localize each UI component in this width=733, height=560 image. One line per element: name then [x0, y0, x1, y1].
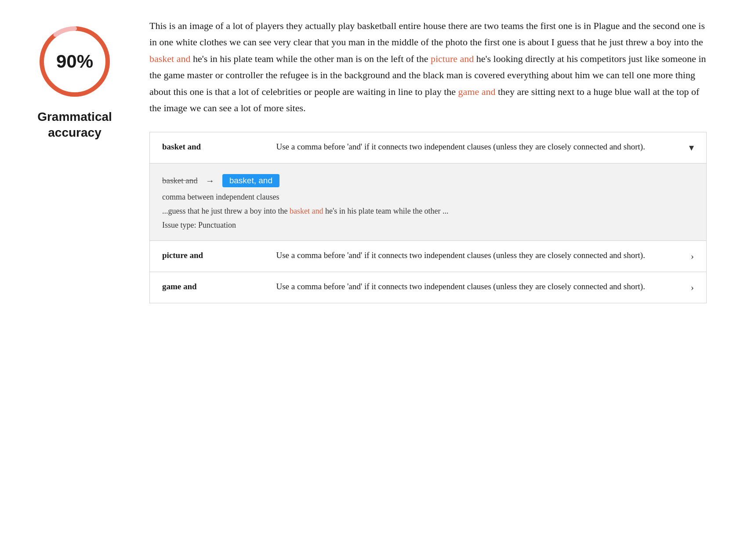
table-row[interactable]: picture and Use a comma before 'and' if … [150, 241, 707, 272]
highlight-picture-and: picture and [431, 53, 474, 64]
expanded-content: basket and → basket, and comma between i… [150, 164, 707, 241]
issues-table: basket and Use a comma before 'and' if i… [149, 132, 707, 303]
issue-term-basket-and: basket and [150, 132, 264, 164]
issue-type: Issue type: Punctuation [162, 221, 694, 230]
table-row[interactable]: basket and Use a comma before 'and' if i… [150, 132, 707, 164]
highlight-game-and: game and [458, 86, 496, 97]
expanded-basket-and-row: basket and → basket, and comma between i… [150, 164, 707, 241]
correction-type: comma between independent clauses [162, 193, 694, 202]
chevron-basket-and[interactable]: ▾ [677, 132, 707, 164]
arrow-icon: → [206, 176, 214, 186]
essay-text: This is an image of a lot of players the… [149, 18, 707, 116]
corrected-badge: basket, and [222, 174, 279, 187]
issue-term-game-and: game and [150, 272, 264, 303]
main-layout: 90% Grammatical accuracy This is an imag… [26, 18, 707, 303]
issue-term-picture-and: picture and [150, 241, 264, 272]
chevron-game-and[interactable]: › [677, 272, 707, 303]
highlight-basket-and: basket and [149, 53, 190, 64]
left-panel: 90% Grammatical accuracy [26, 18, 123, 141]
original-text: basket and [162, 176, 198, 185]
context-text: ...guess that he just threw a boy into t… [162, 205, 694, 217]
issue-desc-game-and: Use a comma before 'and' if it connects … [264, 272, 677, 303]
accuracy-gauge: 90% [35, 22, 114, 101]
percentage-text: 90% [56, 51, 93, 72]
table-row[interactable]: game and Use a comma before 'and' if it … [150, 272, 707, 303]
accuracy-label: Grammatical accuracy [37, 109, 112, 141]
right-panel: This is an image of a lot of players the… [149, 18, 707, 303]
correction-line: basket and → basket, and [162, 174, 694, 187]
context-highlight: basket and [290, 207, 323, 215]
issue-desc-basket-and: Use a comma before 'and' if it connects … [264, 132, 677, 164]
issue-desc-picture-and: Use a comma before 'and' if it connects … [264, 241, 677, 272]
chevron-picture-and[interactable]: › [677, 241, 707, 272]
